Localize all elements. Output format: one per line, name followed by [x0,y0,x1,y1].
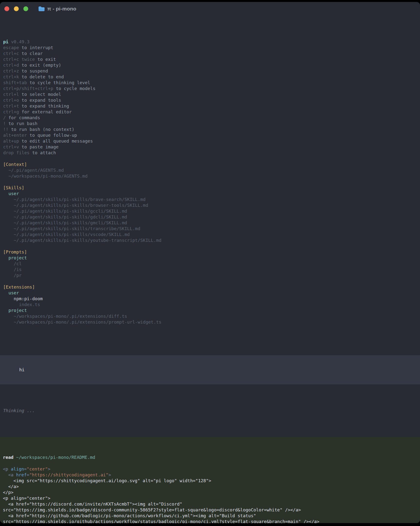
terminal-line: /cl [0,261,420,267]
terminal-line: alt+enter to queue follow-up [0,132,420,138]
terminal-line: project [0,307,420,313]
terminal-line: ctrl+l to select model [0,91,420,97]
terminal-line: [Context] [0,162,420,167]
terminal-line: ~/.pi/agent/skills/pi-skills/gdcli/SKILL… [0,214,420,220]
terminal-line: / for commands [0,115,420,121]
tool-call-block: read ~/workspaces/pi-mono/README.md<p al… [0,437,420,523]
user-message: hi [0,355,420,384]
terminal-line: ~/.pi/agent/skills/pi-skills/transcribe/… [0,226,420,232]
terminal-line: ctrl+v to paste image [0,144,420,150]
terminal-line: ctrl+z to suspend [0,68,420,74]
terminal-line: read ~/workspaces/pi-mono/README.md [0,455,420,460]
terminal-line: ctrl+t to expand thinking [0,103,420,109]
terminal-line [0,179,420,185]
terminal-line: ctrl+p/shift+ctrl+p to cycle models [0,86,420,91]
terminal-line: ctrl+k to delete to end [0,74,420,80]
terminal-line: ~/workspaces/pi-mono/AGENTS.md [0,173,420,179]
folder-icon [38,6,45,11]
terminal-line: alt+up to edit all queued messages [0,138,420,144]
terminal-line: <a href="https://shittycodingagent.ai"> [0,472,420,478]
terminal-line [0,156,420,162]
terminal-line: ctrl+c twice to exit [0,56,420,62]
terminal-line: ctrl+g for external editor [0,109,420,115]
terminal-line: ~/workspaces/pi-mono/.pi/extensions/prom… [0,319,420,325]
terminal-line: /is [0,267,420,273]
terminal-line: src="https://img.shields.io/badge/discor… [0,507,420,513]
terminal-line: src="https://img.shields.io/github/actio… [0,519,420,523]
terminal-line: <a href="https://discord.com/invite/nKXT… [0,501,420,507]
minimize-window-button[interactable] [14,6,19,11]
terminal-line: [Skills] [0,185,420,191]
terminal-line: <p align="center"> [0,495,420,501]
terminal-line: drop files to attach [0,150,420,156]
tool-output: read ~/workspaces/pi-mono/README.md<p al… [0,455,420,523]
terminal-line: ctrl+d to exit (empty) [0,62,420,68]
terminal-line: ~/.pi/agent/skills/pi-skills/youtube-tra… [0,237,420,243]
terminal-line: ctrl+c to clear [0,51,420,56]
terminal-line: ctrl+o to expand tools [0,97,420,103]
terminal-line: ! to run bash [0,121,420,127]
terminal-window: π - pi-mono pi v0.49.3escape to interrup… [0,2,420,523]
terminal-line: ~/.pi/agent/skills/pi-skills/vscode/SKIL… [0,232,420,237]
terminal-content: pi v0.49.3escape to interruptctrl+c to c… [0,16,420,523]
terminal-line: <p align="center"> [0,466,420,472]
terminal-line: ~/.pi/agent/skills/pi-skills/browser-too… [0,202,420,208]
terminal-line: user [0,191,420,197]
user-message-text: hi [19,367,25,372]
terminal-line: ~/workspaces/pi-mono/.pi/extensions/diff… [0,313,420,319]
zoom-window-button[interactable] [23,6,28,11]
terminal-line: index.ts [0,302,420,307]
terminal-line: [Extensions] [0,284,420,290]
terminal-line: npm:pi-doom [0,296,420,302]
terminal-line: ~/.pi/agent/skills/pi-skills/gccli/SKILL… [0,208,420,214]
terminal-line: !! to run bash (no context) [0,127,420,132]
terminal-line: /pr [0,273,420,278]
window-title: π - pi-mono [47,6,76,12]
terminal-line: user [0,290,420,296]
thinking-indicator: Thinking ... [0,408,420,414]
close-window-button[interactable] [4,6,9,11]
terminal-line: </a> [0,484,420,489]
terminal-line: shift+tab to cycle thinking level [0,80,420,86]
terminal-line: [Prompts] [0,249,420,255]
terminal-line: ~/.pi/agent/skills/pi-skills/brave-searc… [0,197,420,202]
terminal-line: escape to interrupt [0,45,420,51]
terminal-line [0,243,420,249]
terminal-line: </p> [0,489,420,495]
terminal-line: <a href="https://github.com/badlogic/pi-… [0,513,420,519]
terminal-line: <img src="https://shittycodingagent.ai/l… [0,478,420,484]
terminal-line: pi v0.49.3 [0,39,420,45]
session-info: pi v0.49.3escape to interruptctrl+c to c… [0,39,420,325]
terminal-line: project [0,255,420,261]
window-titlebar: π - pi-mono [0,2,420,16]
terminal-line: ~/.pi/agent/AGENTS.md [0,167,420,173]
terminal-line [0,460,420,466]
terminal-line: ~/.pi/agent/skills/pi-skills/gmcli/SKILL… [0,220,420,226]
terminal-line [0,278,420,284]
